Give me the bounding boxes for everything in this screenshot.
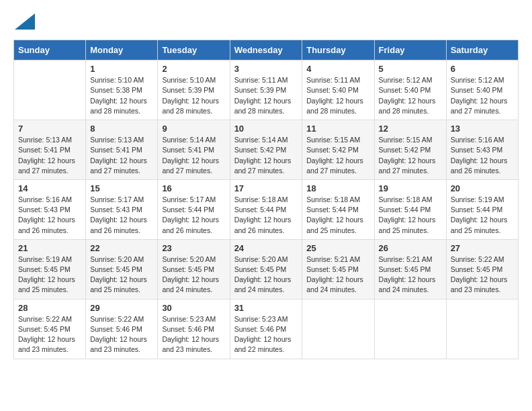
calendar-cell: 16Sunrise: 5:17 AM Sunset: 5:44 PM Dayli… (158, 179, 230, 239)
day-info: Sunrise: 5:23 AM Sunset: 5:46 PM Dayligh… (234, 314, 298, 355)
header-sunday: Sunday (14, 40, 86, 60)
calendar-cell: 29Sunrise: 5:22 AM Sunset: 5:46 PM Dayli… (86, 299, 158, 359)
calendar-cell: 7Sunrise: 5:13 AM Sunset: 5:41 PM Daylig… (14, 120, 86, 180)
calendar-cell: 15Sunrise: 5:17 AM Sunset: 5:43 PM Dayli… (86, 179, 158, 239)
svg-marker-0 (15, 13, 35, 30)
calendar-cell: 9Sunrise: 5:14 AM Sunset: 5:41 PM Daylig… (158, 120, 230, 180)
header-saturday: Saturday (446, 40, 518, 60)
day-number: 4 (306, 64, 369, 74)
day-number: 18 (306, 183, 369, 193)
calendar-cell: 30Sunrise: 5:23 AM Sunset: 5:46 PM Dayli… (158, 299, 230, 359)
day-number: 10 (234, 124, 298, 134)
day-info: Sunrise: 5:10 AM Sunset: 5:38 PM Dayligh… (90, 75, 153, 116)
calendar-cell: 18Sunrise: 5:18 AM Sunset: 5:44 PM Dayli… (302, 179, 374, 239)
day-number: 31 (234, 303, 298, 313)
day-info: Sunrise: 5:17 AM Sunset: 5:43 PM Dayligh… (90, 195, 153, 236)
day-number: 21 (18, 243, 81, 253)
day-info: Sunrise: 5:17 AM Sunset: 5:44 PM Dayligh… (162, 195, 225, 236)
day-number: 20 (451, 183, 514, 193)
day-number: 8 (90, 124, 153, 134)
day-number: 27 (451, 243, 514, 253)
calendar-cell: 31Sunrise: 5:23 AM Sunset: 5:46 PM Dayli… (230, 299, 302, 359)
day-number: 7 (18, 124, 81, 134)
calendar-cell: 24Sunrise: 5:20 AM Sunset: 5:45 PM Dayli… (230, 239, 302, 299)
day-info: Sunrise: 5:12 AM Sunset: 5:40 PM Dayligh… (379, 75, 442, 116)
day-info: Sunrise: 5:21 AM Sunset: 5:45 PM Dayligh… (306, 255, 369, 295)
logo (13, 13, 35, 33)
day-info: Sunrise: 5:21 AM Sunset: 5:45 PM Dayligh… (379, 255, 442, 295)
calendar-cell: 8Sunrise: 5:13 AM Sunset: 5:41 PM Daylig… (86, 120, 158, 180)
calendar-cell: 13Sunrise: 5:16 AM Sunset: 5:43 PM Dayli… (446, 120, 518, 180)
day-number: 24 (234, 243, 298, 253)
calendar-cell: 11Sunrise: 5:15 AM Sunset: 5:42 PM Dayli… (302, 120, 374, 180)
calendar-cell: 17Sunrise: 5:18 AM Sunset: 5:44 PM Dayli… (230, 179, 302, 239)
calendar-cell: 10Sunrise: 5:14 AM Sunset: 5:42 PM Dayli… (230, 120, 302, 180)
header-friday: Friday (374, 40, 446, 60)
day-number: 1 (90, 64, 153, 74)
day-number: 28 (18, 303, 81, 313)
day-info: Sunrise: 5:10 AM Sunset: 5:39 PM Dayligh… (162, 75, 225, 116)
calendar-cell (374, 299, 446, 359)
day-number: 12 (379, 124, 442, 134)
calendar-cell (302, 299, 374, 359)
day-info: Sunrise: 5:18 AM Sunset: 5:44 PM Dayligh… (306, 195, 369, 236)
day-number: 23 (162, 243, 225, 253)
day-info: Sunrise: 5:15 AM Sunset: 5:42 PM Dayligh… (379, 135, 442, 176)
day-number: 30 (162, 303, 225, 313)
day-number: 3 (234, 64, 298, 74)
day-number: 26 (379, 243, 442, 253)
day-number: 5 (379, 64, 442, 74)
calendar-cell: 5Sunrise: 5:12 AM Sunset: 5:40 PM Daylig… (374, 60, 446, 120)
day-number: 19 (379, 183, 442, 193)
day-number: 13 (451, 124, 514, 134)
calendar-table: SundayMondayTuesdayWednesdayThursdayFrid… (13, 40, 519, 359)
header-thursday: Thursday (302, 40, 374, 60)
day-info: Sunrise: 5:19 AM Sunset: 5:45 PM Dayligh… (18, 255, 81, 295)
day-number: 11 (306, 124, 369, 134)
calendar-cell (446, 299, 518, 359)
day-number: 25 (306, 243, 369, 253)
calendar-cell (14, 60, 86, 120)
day-info: Sunrise: 5:22 AM Sunset: 5:45 PM Dayligh… (18, 314, 81, 355)
calendar-cell: 2Sunrise: 5:10 AM Sunset: 5:39 PM Daylig… (158, 60, 230, 120)
day-number: 6 (451, 64, 514, 74)
day-info: Sunrise: 5:19 AM Sunset: 5:44 PM Dayligh… (451, 195, 514, 236)
day-number: 14 (18, 183, 81, 193)
day-info: Sunrise: 5:11 AM Sunset: 5:39 PM Dayligh… (234, 75, 298, 116)
header-monday: Monday (86, 40, 158, 60)
calendar-cell: 25Sunrise: 5:21 AM Sunset: 5:45 PM Dayli… (302, 239, 374, 299)
calendar-cell: 28Sunrise: 5:22 AM Sunset: 5:45 PM Dayli… (14, 299, 86, 359)
day-info: Sunrise: 5:12 AM Sunset: 5:40 PM Dayligh… (451, 75, 514, 116)
calendar-cell: 22Sunrise: 5:20 AM Sunset: 5:45 PM Dayli… (86, 239, 158, 299)
day-info: Sunrise: 5:15 AM Sunset: 5:42 PM Dayligh… (306, 135, 369, 176)
day-info: Sunrise: 5:23 AM Sunset: 5:46 PM Dayligh… (162, 314, 225, 355)
day-info: Sunrise: 5:22 AM Sunset: 5:46 PM Dayligh… (90, 314, 153, 355)
calendar-cell: 4Sunrise: 5:11 AM Sunset: 5:40 PM Daylig… (302, 60, 374, 120)
calendar-cell: 23Sunrise: 5:20 AM Sunset: 5:45 PM Dayli… (158, 239, 230, 299)
day-info: Sunrise: 5:14 AM Sunset: 5:42 PM Dayligh… (234, 135, 298, 176)
day-info: Sunrise: 5:20 AM Sunset: 5:45 PM Dayligh… (234, 255, 298, 295)
day-number: 15 (90, 183, 153, 193)
header-wednesday: Wednesday (230, 40, 302, 60)
day-info: Sunrise: 5:13 AM Sunset: 5:41 PM Dayligh… (90, 135, 153, 176)
day-info: Sunrise: 5:16 AM Sunset: 5:43 PM Dayligh… (451, 135, 514, 176)
day-info: Sunrise: 5:18 AM Sunset: 5:44 PM Dayligh… (234, 195, 298, 236)
day-info: Sunrise: 5:14 AM Sunset: 5:41 PM Dayligh… (162, 135, 225, 176)
day-info: Sunrise: 5:20 AM Sunset: 5:45 PM Dayligh… (90, 255, 153, 295)
day-info: Sunrise: 5:20 AM Sunset: 5:45 PM Dayligh… (162, 255, 225, 295)
calendar-cell: 3Sunrise: 5:11 AM Sunset: 5:39 PM Daylig… (230, 60, 302, 120)
calendar-cell: 1Sunrise: 5:10 AM Sunset: 5:38 PM Daylig… (86, 60, 158, 120)
day-info: Sunrise: 5:22 AM Sunset: 5:45 PM Dayligh… (451, 255, 514, 295)
calendar-cell: 27Sunrise: 5:22 AM Sunset: 5:45 PM Dayli… (446, 239, 518, 299)
day-number: 9 (162, 124, 225, 134)
calendar-cell: 14Sunrise: 5:16 AM Sunset: 5:43 PM Dayli… (14, 179, 86, 239)
page-header (13, 13, 519, 33)
day-number: 29 (90, 303, 153, 313)
day-info: Sunrise: 5:13 AM Sunset: 5:41 PM Dayligh… (18, 135, 81, 176)
calendar-cell: 20Sunrise: 5:19 AM Sunset: 5:44 PM Dayli… (446, 179, 518, 239)
calendar-cell: 6Sunrise: 5:12 AM Sunset: 5:40 PM Daylig… (446, 60, 518, 120)
day-number: 22 (90, 243, 153, 253)
day-number: 16 (162, 183, 225, 193)
calendar-cell: 19Sunrise: 5:18 AM Sunset: 5:44 PM Dayli… (374, 179, 446, 239)
calendar-cell: 12Sunrise: 5:15 AM Sunset: 5:42 PM Dayli… (374, 120, 446, 180)
